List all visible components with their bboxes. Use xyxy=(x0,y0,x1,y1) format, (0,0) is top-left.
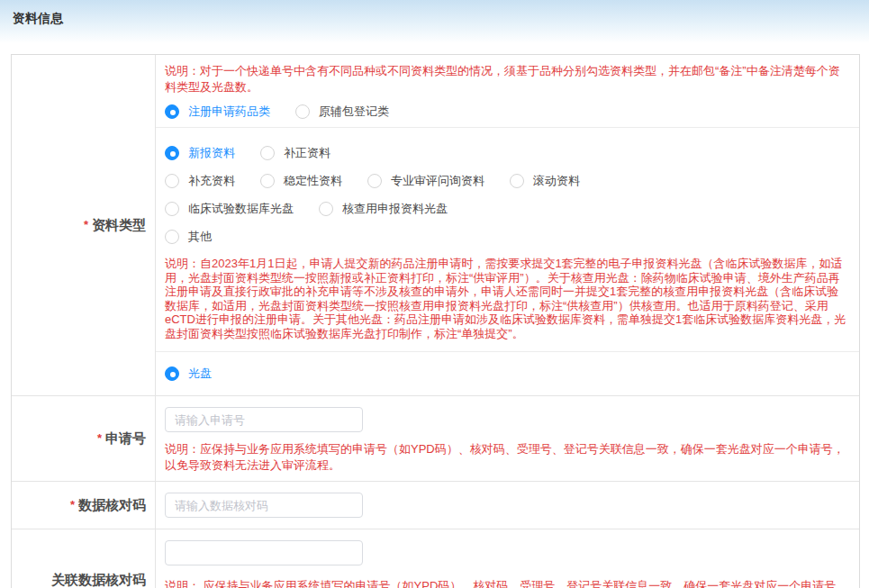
radio-unselected-icon xyxy=(367,174,382,188)
material-info-form: * 资料类型 说明：对于一个快递单号中含有不同品种或不同资料类型的情况，须基于品… xyxy=(11,54,860,588)
data-check-code-input[interactable] xyxy=(165,493,363,518)
radio-unselected-icon xyxy=(510,174,524,188)
related-data-check-code-content-cell: 说明： 应保持与业务应用系统填写的申请号（如YPD码）、核对码、受理号、登记号关… xyxy=(156,529,859,588)
radio-option-label: 新报资料 xyxy=(188,145,235,161)
radio-option[interactable]: 新报资料 xyxy=(165,145,235,161)
related-data-check-code-input[interactable] xyxy=(165,540,363,565)
radio-unselected-icon xyxy=(319,202,333,216)
material-type-content-cell: 说明：对于一个快递单号中含有不同品种或不同资料类型的情况，须基于品种分别勾选资料… xyxy=(156,55,859,395)
radio-option[interactable]: 滚动资料 xyxy=(510,173,580,189)
radio-option-label: 稳定性资料 xyxy=(284,173,342,189)
type-radio-group-row-2: 补充资料稳定性资料专业审评问询资料滚动资料 xyxy=(165,173,850,189)
related-data-check-code-row: 关联数据核对码 说明： 应保持与业务应用系统填写的申请号（如YPD码）、核对码、… xyxy=(12,529,859,588)
radio-unselected-icon xyxy=(260,146,275,160)
related-data-check-code-note: 说明： 应保持与业务应用系统填写的申请号（如YPD码）、核对码、受理号、登记号关… xyxy=(165,578,850,588)
application-no-input[interactable] xyxy=(165,407,363,432)
required-asterisk: * xyxy=(70,498,75,511)
radio-selected-icon xyxy=(165,366,179,381)
application-no-label: 申请号 xyxy=(105,430,146,448)
radio-option-label: 注册申请药品类 xyxy=(188,104,270,120)
radio-option[interactable]: 光盘 xyxy=(165,366,212,382)
radio-selected-icon xyxy=(165,146,179,160)
radio-option-label: 滚动资料 xyxy=(533,173,580,189)
radio-unselected-icon xyxy=(165,174,179,188)
disc-radio-group: 光盘 xyxy=(165,366,850,382)
type-radio-group-row-1: 新报资料补正资料 xyxy=(165,145,850,161)
section-header: 资料信息 xyxy=(0,0,869,43)
radio-unselected-icon xyxy=(165,202,179,216)
radio-option[interactable]: 其他 xyxy=(165,229,212,245)
application-no-label-cell: * 申请号 xyxy=(12,396,156,481)
radio-selected-icon xyxy=(165,104,179,119)
radio-option[interactable]: 临床试验数据库光盘 xyxy=(165,201,294,217)
radio-option-label: 核查用申报资料光盘 xyxy=(342,201,448,217)
radio-unselected-icon xyxy=(260,174,275,188)
type-section: 新报资料补正资料 补充资料稳定性资料专业审评问询资料滚动资料 临床试验数据库光盘… xyxy=(156,128,859,352)
application-no-note: 说明：应保持与业务应用系统填写的申请号（如YPD码）、核对码、受理号、登记号关联… xyxy=(165,441,850,474)
radio-option-label: 光盘 xyxy=(188,366,212,382)
radio-option[interactable]: 补充资料 xyxy=(165,173,235,189)
application-no-content-cell: 说明：应保持与业务应用系统填写的申请号（如YPD码）、核对码、受理号、登记号关联… xyxy=(156,396,859,481)
type-radio-group-row-3: 临床试验数据库光盘核查用申报资料光盘 xyxy=(165,201,850,217)
disc-section: 光盘 xyxy=(156,352,859,395)
disc-requirement-note: 说明：自2023年1月1日起，申请人提交新的药品注册申请时，需按要求提交1套完整… xyxy=(165,257,850,340)
radio-unselected-icon xyxy=(165,230,179,244)
required-asterisk: * xyxy=(97,431,102,445)
data-check-code-label-cell: * 数据核对码 xyxy=(12,482,156,529)
radio-option-label: 其他 xyxy=(188,229,212,245)
radio-option-label: 补正资料 xyxy=(284,145,330,161)
radio-option[interactable]: 原辅包登记类 xyxy=(295,104,389,120)
radio-option[interactable]: 稳定性资料 xyxy=(260,173,342,189)
type-radio-group-row-4: 其他 xyxy=(165,229,850,245)
material-type-label-cell: * 资料类型 xyxy=(12,55,156,395)
required-asterisk: * xyxy=(84,218,88,231)
related-data-check-code-label-cell: 关联数据核对码 xyxy=(12,529,156,588)
related-data-check-code-label: 关联数据核对码 xyxy=(51,572,146,588)
material-type-label: 资料类型 xyxy=(92,217,146,234)
radio-option[interactable]: 专业审评问询资料 xyxy=(367,173,484,189)
radio-option-label: 专业审评问询资料 xyxy=(391,173,484,189)
category-note: 说明：对于一个快递单号中含有不同品种或不同资料类型的情况，须基于品种分别勾选资料… xyxy=(165,63,850,95)
category-radio-group: 注册申请药品类原辅包登记类 xyxy=(165,104,850,120)
radio-option[interactable]: 核查用申报资料光盘 xyxy=(319,201,448,217)
radio-option[interactable]: 注册申请药品类 xyxy=(165,104,270,120)
material-type-row: * 资料类型 说明：对于一个快递单号中含有不同品种或不同资料类型的情况，须基于品… xyxy=(12,55,859,396)
application-no-row: * 申请号 说明：应保持与业务应用系统填写的申请号（如YPD码）、核对码、受理号… xyxy=(12,396,859,482)
radio-option[interactable]: 补正资料 xyxy=(260,145,330,161)
category-section: 说明：对于一个快递单号中含有不同品种或不同资料类型的情况，须基于品种分别勾选资料… xyxy=(156,55,859,128)
radio-option-label: 原辅包登记类 xyxy=(319,104,389,120)
data-check-code-row: * 数据核对码 xyxy=(12,482,859,529)
radio-option-label: 补充资料 xyxy=(188,173,235,189)
radio-option-label: 临床试验数据库光盘 xyxy=(188,201,294,217)
data-check-code-content-cell xyxy=(156,482,859,529)
page-title: 资料信息 xyxy=(13,11,856,27)
data-check-code-label: 数据核对码 xyxy=(78,497,146,514)
radio-unselected-icon xyxy=(295,104,310,119)
